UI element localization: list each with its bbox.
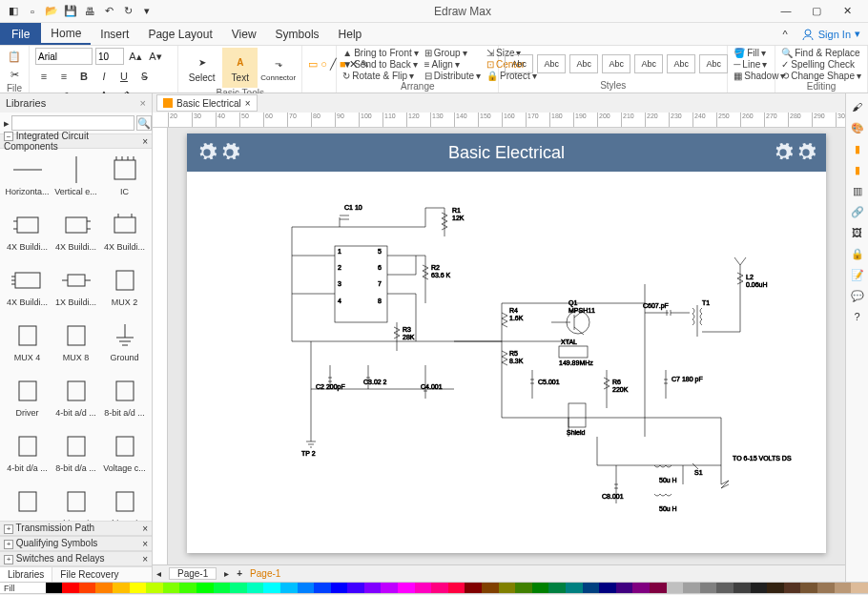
lock-icon[interactable]: 🔒	[850, 246, 865, 261]
layer-orange2-icon[interactable]: ▮	[850, 162, 865, 177]
style-preset-2[interactable]: Abc	[537, 54, 566, 73]
file-menu[interactable]: File	[0, 23, 41, 45]
library-item[interactable]: 8-bit regi...	[101, 484, 148, 521]
change-shape-button[interactable]: ⟲ Change Shape▾	[781, 71, 861, 81]
color-swatch[interactable]	[398, 583, 415, 593]
underline-button[interactable]: U	[115, 68, 133, 85]
library-item[interactable]: PWM	[4, 484, 51, 521]
color-swatch[interactable]	[263, 583, 280, 593]
strike-button[interactable]: S̶	[135, 68, 153, 85]
note-icon[interactable]: 📝	[850, 267, 865, 282]
theme-icon[interactable]: 🎨	[850, 120, 865, 135]
color-swatch[interactable]	[113, 583, 130, 593]
open-icon[interactable]: 📂	[44, 4, 59, 19]
tab-page-layout[interactable]: Page Layout	[138, 23, 221, 45]
doc-tab-basic-electrical[interactable]: Basic Electrical ×	[156, 94, 258, 112]
library-item[interactable]: Horizonta...	[4, 153, 51, 206]
page-nav-next-icon[interactable]: ▸	[224, 568, 229, 579]
library-item[interactable]: MUX 4	[4, 318, 51, 372]
search-icon[interactable]: 🔍	[136, 115, 152, 131]
collapse-icon[interactable]: −	[4, 132, 13, 141]
color-swatch[interactable]	[751, 583, 768, 593]
color-swatch[interactable]	[247, 583, 264, 593]
style-preset-6[interactable]: Abc	[667, 54, 695, 73]
increase-font-icon[interactable]: A▴	[127, 48, 144, 65]
color-swatch[interactable]	[431, 583, 448, 593]
tab-view[interactable]: View	[222, 23, 266, 45]
footer-tab-libraries[interactable]: Libraries	[0, 567, 52, 582]
color-swatch[interactable]	[415, 583, 432, 593]
tab-insert[interactable]: Insert	[91, 23, 138, 45]
new-icon[interactable]: ▫	[25, 4, 40, 19]
style-preset-5[interactable]: Abc	[634, 54, 663, 73]
lib-section-tp[interactable]: + Transmission Path ×	[0, 521, 152, 536]
lib-section-close-icon[interactable]: ×	[142, 554, 148, 564]
color-swatch[interactable]	[314, 583, 331, 593]
color-swatch[interactable]	[784, 583, 801, 593]
shape-line-icon[interactable]: ╱	[330, 57, 337, 71]
expand-icon[interactable]: +	[4, 524, 13, 534]
color-swatch[interactable]	[196, 583, 214, 593]
link-icon[interactable]: 🔗	[850, 204, 865, 219]
color-swatch[interactable]	[566, 583, 583, 593]
add-page-button[interactable]: +	[237, 568, 242, 579]
library-item[interactable]: 4X Buildi...	[4, 263, 51, 317]
color-swatch[interactable]	[146, 583, 163, 593]
image-icon[interactable]: 🖼	[850, 225, 865, 240]
shape-circle-icon[interactable]: ○	[320, 57, 327, 71]
find-replace-button[interactable]: 🔍 Find & Replace	[781, 48, 859, 58]
line-button[interactable]: ─ Line▾	[734, 59, 767, 70]
rotate-button[interactable]: ↻ Rotate & Flip▾	[342, 71, 419, 81]
distribute-button[interactable]: ⊟ Distribute▾	[424, 71, 481, 81]
color-swatch[interactable]	[515, 583, 532, 593]
page-tab-1[interactable]: Page-1	[169, 567, 217, 580]
qat-dropdown-icon[interactable]: ▾	[139, 4, 155, 19]
font-size-input[interactable]	[95, 48, 124, 65]
group-button[interactable]: ⊞ Group▾	[424, 48, 481, 58]
color-swatch[interactable]	[465, 583, 482, 593]
layers-icon[interactable]: ▥	[850, 183, 865, 198]
cut-icon[interactable]: ✂	[6, 66, 23, 83]
drawing-page[interactable]: Basic Electrical 15 26	[187, 133, 826, 553]
color-swatch[interactable]	[214, 583, 231, 593]
color-swatch[interactable]	[79, 583, 96, 593]
color-swatch[interactable]	[835, 583, 852, 593]
style-preset-3[interactable]: Abc	[569, 54, 598, 73]
library-item[interactable]: 4X Buildi...	[52, 208, 99, 261]
color-swatch[interactable]	[46, 583, 63, 593]
maximize-button[interactable]: ▢	[805, 5, 828, 17]
library-item[interactable]: 8-bit a/d ...	[101, 374, 148, 427]
library-item[interactable]: Vertical e...	[52, 153, 99, 206]
library-item[interactable]: 4-bit d/a ...	[4, 429, 51, 482]
help-icon[interactable]: ?	[850, 309, 865, 324]
comment-icon[interactable]: 💬	[850, 288, 865, 303]
color-swatch[interactable]	[482, 583, 499, 593]
color-swatch[interactable]	[599, 583, 616, 593]
style-preset-7[interactable]: Abc	[699, 54, 728, 73]
library-item[interactable]: MUX 2	[101, 263, 148, 317]
italic-button[interactable]: I	[95, 68, 113, 85]
decrease-font-icon[interactable]: A▾	[147, 48, 164, 65]
lib-section-qs[interactable]: + Qualifying Symbols ×	[0, 536, 152, 551]
format-painter-icon[interactable]: 🖌	[850, 99, 865, 114]
color-swatch[interactable]	[532, 583, 549, 593]
color-swatch[interactable]	[29, 583, 46, 593]
color-swatch[interactable]	[347, 583, 364, 593]
color-swatch[interactable]	[683, 583, 700, 593]
library-picker-icon[interactable]: ▸	[4, 117, 10, 130]
color-swatch[interactable]	[381, 583, 398, 593]
layer-orange-icon[interactable]: ▮	[850, 141, 865, 156]
library-item[interactable]: 4-bit a/d ...	[52, 374, 99, 427]
color-swatch[interactable]	[767, 583, 784, 593]
color-swatch[interactable]	[800, 583, 817, 593]
style-preset-1[interactable]: Abc	[505, 54, 533, 73]
page-tab-2[interactable]: Page-1	[250, 568, 280, 579]
color-swatch[interactable]	[448, 583, 465, 593]
text-tool-button[interactable]: A Text	[222, 48, 258, 88]
style-preset-4[interactable]: Abc	[602, 54, 630, 73]
color-swatch[interactable]	[230, 583, 247, 593]
color-swatch[interactable]	[499, 583, 516, 593]
font-name-input[interactable]	[35, 48, 93, 65]
ribbon-collapse-icon[interactable]: ^	[777, 23, 794, 45]
lib-section-sr[interactable]: + Switches and Relays ×	[0, 551, 152, 566]
